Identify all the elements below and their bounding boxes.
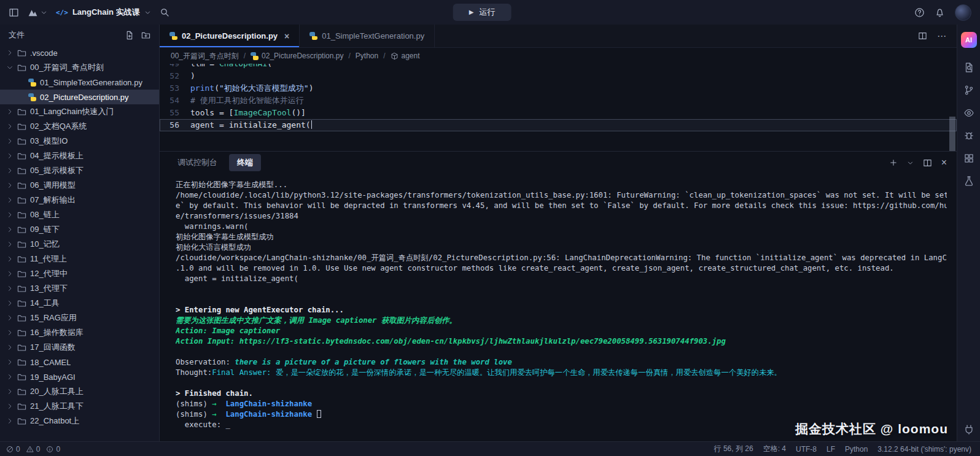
tree-item-folder[interactable]: 17_回调函数 bbox=[0, 340, 159, 355]
more-actions-icon[interactable]: ⋯ bbox=[937, 31, 947, 42]
tree-item-label: 14_工具 bbox=[30, 298, 60, 309]
tree-item-folder[interactable]: 22_Chatbot上 bbox=[0, 414, 159, 428]
status-warning[interactable]: 0 bbox=[26, 445, 41, 454]
run-button[interactable]: ▶ 运行 bbox=[453, 4, 511, 21]
sidebar-toggle-icon[interactable] bbox=[9, 7, 19, 18]
tree-item-folder[interactable]: 15_RAG应用 bbox=[0, 311, 159, 325]
tree-item-folder[interactable]: 06_调用模型 bbox=[0, 178, 159, 193]
new-file-icon[interactable] bbox=[125, 31, 134, 40]
search-icon[interactable] bbox=[160, 7, 169, 17]
split-editor-icon[interactable] bbox=[918, 31, 927, 41]
editor-scrollbar[interactable] bbox=[949, 117, 955, 151]
app-logo[interactable] bbox=[28, 7, 47, 18]
new-terminal-icon[interactable] bbox=[889, 158, 898, 167]
code-line[interactable]: 55tools = [ImageCapTool()] bbox=[160, 107, 957, 119]
tree-item-folder[interactable]: 00_开篇词_奇点时刻 bbox=[0, 60, 159, 75]
status-cursor-position[interactable]: 行 56, 列 26 bbox=[714, 444, 753, 454]
breadcrumb-item[interactable]: 02_PictureDescription.py bbox=[251, 52, 343, 60]
tree-item-folder[interactable]: 14_工具 bbox=[0, 296, 159, 311]
editor-tab[interactable]: 02_PictureDescription.py× bbox=[160, 25, 300, 47]
user-avatar[interactable] bbox=[955, 4, 971, 21]
code-line[interactable]: 53print("初始化大语言模型成功") bbox=[160, 82, 957, 95]
git-branch-button[interactable] bbox=[963, 85, 974, 96]
bug-button[interactable] bbox=[963, 130, 974, 141]
code-line[interactable]: 56agent = initialize_agent( bbox=[160, 119, 957, 131]
tree-item-folder[interactable]: 04_提示模板上 bbox=[0, 149, 159, 163]
new-folder-icon[interactable] bbox=[141, 31, 150, 40]
layout-icon bbox=[9, 7, 19, 18]
tree-item-folder[interactable]: 09_链下 bbox=[0, 222, 159, 237]
tree-item-folder[interactable]: 16_操作数据库 bbox=[0, 325, 159, 340]
close-icon[interactable]: × bbox=[284, 31, 289, 41]
project-selector[interactable]: </> LangChain 实战课 bbox=[56, 7, 151, 18]
plugin-button[interactable] bbox=[963, 424, 974, 435]
folder-icon bbox=[17, 225, 26, 234]
tabbar-actions: ⋯ bbox=[908, 25, 957, 47]
help-icon[interactable] bbox=[914, 7, 925, 18]
code-text: tools = [ImageCapTool()] bbox=[190, 107, 306, 119]
files-panel-title: 文件 bbox=[9, 29, 25, 41]
terminal-dropdown-icon[interactable] bbox=[907, 160, 914, 166]
tree-item-label: 00_开篇词_奇点时刻 bbox=[30, 62, 104, 73]
tree-item-folder[interactable]: 18_CAMEL bbox=[0, 355, 159, 369]
status-eol[interactable]: LF bbox=[826, 445, 835, 454]
panel-tab[interactable]: 调试控制台 bbox=[169, 154, 225, 171]
tree-item-folder[interactable]: 01_LangChain快速入门 bbox=[0, 104, 159, 119]
ai-assistant-button[interactable]: AI bbox=[961, 32, 977, 48]
tree-item-folder[interactable]: 21_人脉工具下 bbox=[0, 399, 159, 414]
status-info[interactable]: 0 bbox=[46, 445, 60, 454]
status-interpreter[interactable]: 3.12.2 64-bit ('shims': pyenv) bbox=[877, 445, 971, 454]
breadcrumb-separator: / bbox=[244, 52, 246, 60]
chevron-right-icon bbox=[6, 314, 14, 322]
terminal-line: Action Input: https://lf3-static.bytedns… bbox=[176, 336, 947, 347]
line-number: 52 bbox=[160, 70, 190, 82]
tree-item-folder[interactable]: 03_模型IO bbox=[0, 134, 159, 149]
tree-item-folder[interactable]: 05_提示模板下 bbox=[0, 163, 159, 178]
tree-item-folder[interactable]: .vscode bbox=[0, 45, 159, 60]
breadcrumb-item[interactable]: Python bbox=[356, 52, 378, 60]
code-line[interactable]: 52) bbox=[160, 70, 957, 82]
flask-button[interactable] bbox=[963, 176, 974, 187]
tree-item-folder[interactable]: 13_代理下 bbox=[0, 281, 159, 296]
line-number: 56 bbox=[160, 119, 190, 131]
grid-button[interactable] bbox=[963, 153, 974, 164]
status-language-mode[interactable]: Python bbox=[845, 445, 868, 454]
tree-item-folder[interactable]: 02_文档QA系统 bbox=[0, 119, 159, 134]
notifications-icon[interactable] bbox=[935, 7, 945, 18]
editor-tab[interactable]: 01_SimpleTextGeneration.py bbox=[300, 25, 435, 47]
eye-button[interactable] bbox=[963, 107, 974, 118]
tree-item-folder[interactable]: 11_代理上 bbox=[0, 252, 159, 266]
code-text: agent = initialize_agent( bbox=[190, 119, 312, 131]
breadcrumb-item[interactable]: agent bbox=[391, 52, 420, 60]
eye-icon bbox=[963, 107, 974, 118]
tree-item-folder[interactable]: 10_记忆 bbox=[0, 237, 159, 252]
panel-tab[interactable]: 终端 bbox=[229, 154, 261, 171]
code-editor[interactable]: 49llm = ChatOpenAI(52)53print("初始化大语言模型成… bbox=[160, 64, 957, 151]
chevron-right-icon bbox=[6, 196, 14, 204]
status-encoding[interactable]: UTF-8 bbox=[796, 445, 817, 454]
status-indentation[interactable]: 空格: 4 bbox=[763, 444, 786, 454]
breadcrumb-label: 02_PictureDescription.py bbox=[262, 52, 343, 60]
code-text: llm = ChatOpenAI( bbox=[190, 64, 272, 70]
split-terminal-icon[interactable] bbox=[923, 158, 932, 168]
folder-icon bbox=[17, 255, 26, 264]
search-file-button[interactable] bbox=[963, 62, 974, 73]
tree-item-folder[interactable]: 20_人脉工具上 bbox=[0, 384, 159, 399]
tree-item-file[interactable]: 02_PictureDescription.py bbox=[0, 90, 159, 104]
close-panel-icon[interactable]: × bbox=[941, 157, 947, 168]
code-line[interactable]: 49llm = ChatOpenAI( bbox=[160, 64, 957, 70]
chevron-right-icon bbox=[6, 211, 14, 218]
code-line[interactable]: 54# 使用工具初始化智能体并运行 bbox=[160, 95, 957, 107]
status-circle-slash[interactable]: 0 bbox=[6, 445, 20, 454]
breadcrumb-item[interactable]: 00_开篇词_奇点时刻 bbox=[171, 51, 239, 61]
tree-item-folder[interactable]: 19_BabyAGI bbox=[0, 369, 159, 384]
terminal-output[interactable]: 正在初始化图像字幕生成模型.../home/cloudide/.local/li… bbox=[160, 174, 957, 441]
tree-item-folder[interactable]: 07_解析输出 bbox=[0, 193, 159, 207]
folder-icon bbox=[17, 63, 26, 72]
tree-item-folder[interactable]: 12_代理中 bbox=[0, 266, 159, 281]
tree-item-file[interactable]: 01_SimpleTextGeneration.py bbox=[0, 75, 159, 90]
tree-item-folder[interactable]: 08_链上 bbox=[0, 207, 159, 222]
tree-item-label: 06_调用模型 bbox=[30, 180, 76, 191]
tree-item-label: 02_PictureDescription.py bbox=[40, 93, 129, 102]
folder-icon bbox=[17, 284, 26, 293]
